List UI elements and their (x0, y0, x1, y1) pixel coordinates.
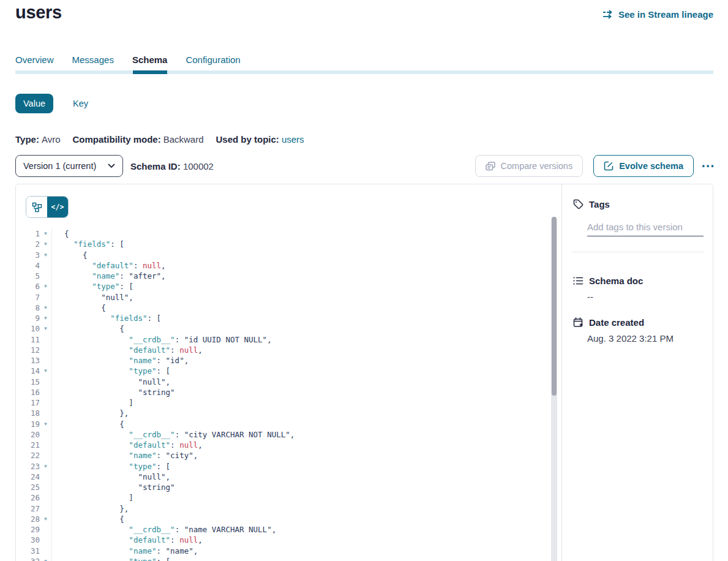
version-toolbar: Version 1 (current) Schema ID: 100002 Co… (15, 155, 718, 177)
line-number: 29 (16, 524, 40, 535)
tab-bar: OverviewMessagesSchemaConfiguration (15, 55, 241, 65)
line-number: 20 (16, 429, 40, 440)
code-view-button[interactable]: </> (47, 197, 68, 217)
fold-spacer (40, 292, 51, 303)
code-line: 21 "default": null, (16, 440, 561, 450)
fold-toggle-icon[interactable]: ▼ (40, 461, 51, 472)
schema-card: </> 1▼{2▼ "fields": [3▼ {4 "default": nu… (15, 184, 713, 561)
tab-overview[interactable]: Overview (15, 55, 54, 65)
sidebar-divider (572, 252, 704, 252)
evolve-schema-label: Evolve schema (619, 161, 683, 171)
line-number: 8 (16, 303, 40, 313)
code-line: 16 "string" (16, 387, 561, 397)
chevron-down-icon (108, 164, 115, 168)
line-number: 14 (16, 366, 40, 376)
code-line: 1▼{ (16, 228, 561, 239)
code-line: 26 ] (16, 492, 561, 503)
code-line: 24 "null", (16, 472, 561, 482)
date-created-value: Aug. 3 2022 3:21 PM (587, 333, 674, 344)
schema-type-toggle: Value Key (15, 94, 92, 113)
code-text: { (51, 250, 561, 260)
code-line: 9▼ "fields": [ (16, 313, 561, 323)
schema-meta-row: Type:Avro Compatibility mode:Backward Us… (15, 134, 304, 145)
fold-spacer (40, 503, 51, 514)
line-number: 32 (16, 556, 40, 561)
code-line: 32▼ "type": [ (16, 556, 561, 561)
line-number: 24 (16, 472, 40, 482)
tab-schema[interactable]: Schema (132, 55, 168, 65)
code-text: "null", (51, 292, 561, 303)
fold-toggle-icon[interactable]: ▼ (40, 366, 51, 376)
stream-lineage-icon (602, 10, 614, 19)
code-text: { (51, 228, 561, 239)
tab-configuration[interactable]: Configuration (186, 55, 240, 65)
code-text: { (51, 514, 561, 524)
tag-icon (573, 199, 584, 209)
code-text: "default": null, (51, 440, 561, 450)
value-tab-button[interactable]: Value (15, 94, 53, 113)
more-actions-button[interactable]: ⋯ (699, 163, 718, 169)
line-number: 10 (16, 323, 40, 334)
code-text: { (51, 303, 561, 313)
code-lines: 1▼{2▼ "fields": [3▼ {4 "default": null,5… (16, 228, 561, 561)
code-text: "string" (51, 387, 561, 397)
fold-toggle-icon[interactable]: ▼ (40, 303, 51, 313)
fold-toggle-icon[interactable]: ▼ (40, 419, 51, 429)
code-text: "__crdb__": "name VARCHAR NULL", (51, 524, 561, 535)
add-tags-input[interactable] (587, 219, 704, 236)
line-number: 28 (16, 514, 40, 524)
compare-versions-label: Compare versions (501, 161, 573, 171)
code-text: "null", (51, 377, 561, 387)
line-number: 2 (16, 239, 40, 249)
topic-link[interactable]: users (282, 134, 304, 145)
fold-spacer (40, 492, 51, 503)
code-line: 31 "name": "name", (16, 546, 561, 556)
fold-spacer (40, 440, 51, 450)
code-text: "type": [ (51, 281, 561, 292)
compare-versions-button[interactable]: Compare versions (475, 155, 584, 177)
fold-toggle-icon[interactable]: ▼ (40, 239, 51, 249)
line-number: 18 (16, 408, 40, 418)
fold-toggle-icon[interactable]: ▼ (40, 556, 51, 561)
fold-toggle-icon[interactable]: ▼ (40, 313, 51, 323)
code-view-icon: </> (51, 203, 64, 211)
fold-spacer (40, 334, 51, 345)
code-line: 15 "null", (16, 377, 561, 387)
line-number: 7 (16, 292, 40, 303)
tags-title-label: Tags (589, 199, 610, 209)
fold-toggle-icon[interactable]: ▼ (40, 323, 51, 334)
fold-spacer (40, 387, 51, 397)
list-icon (573, 276, 584, 285)
code-text: "type": [ (51, 366, 561, 376)
key-tab-button[interactable]: Key (69, 98, 92, 109)
line-number: 15 (16, 377, 40, 387)
fold-toggle-icon[interactable]: ▼ (40, 281, 51, 292)
code-text: "fields": [ (51, 239, 561, 249)
line-number: 9 (16, 313, 40, 323)
fold-toggle-icon[interactable]: ▼ (40, 228, 51, 239)
code-line: 29 "__crdb__": "name VARCHAR NULL", (16, 524, 561, 535)
schema-id-value: 100002 (183, 161, 214, 171)
code-text: }, (51, 503, 561, 514)
schema-doc-value: -- (587, 292, 593, 302)
version-select[interactable]: Version 1 (current) (15, 155, 123, 177)
line-number: 5 (16, 271, 40, 281)
evolve-schema-button[interactable]: Evolve schema (593, 155, 694, 177)
stream-lineage-link[interactable]: See in Stream lineage (602, 9, 713, 20)
fold-spacer (40, 345, 51, 355)
line-number: 21 (16, 440, 40, 450)
code-line: 18 }, (16, 408, 561, 418)
line-number: 12 (16, 345, 40, 355)
code-line: 19▼ { (16, 419, 561, 429)
tab-messages[interactable]: Messages (72, 55, 114, 65)
fold-toggle-icon[interactable]: ▼ (40, 250, 51, 260)
code-text: "default": null, (51, 345, 561, 355)
code-text: ] (51, 492, 561, 503)
code-text: "name": "city", (51, 450, 561, 461)
code-text: "fields": [ (51, 313, 561, 323)
fold-spacer (40, 472, 51, 482)
line-number: 11 (16, 334, 40, 345)
tree-view-button[interactable] (26, 197, 47, 217)
code-scrollbar-thumb[interactable] (552, 217, 557, 396)
fold-toggle-icon[interactable]: ▼ (40, 514, 51, 524)
